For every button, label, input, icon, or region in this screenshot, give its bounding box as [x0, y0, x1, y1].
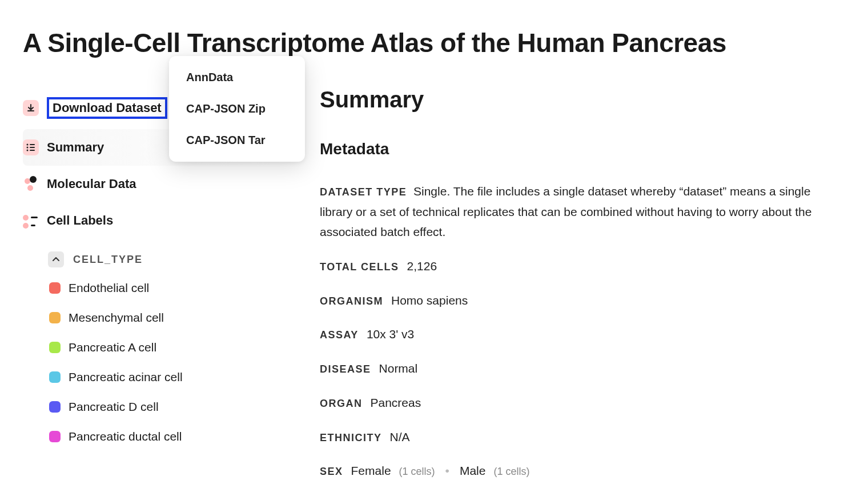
cell-label-item[interactable]: Endothelial cell	[48, 273, 274, 303]
meta-val: 10x 3' v3	[367, 324, 414, 345]
cell-label-item[interactable]: Pancreatic A cell	[48, 333, 274, 362]
meta-row-disease: DISEASE Normal	[320, 358, 834, 379]
color-swatch-icon	[49, 342, 61, 353]
svg-point-2	[27, 147, 29, 149]
download-dropdown: AnnData CAP-JSON Zip CAP-JSON Tar	[169, 56, 305, 162]
cell-label-text: Pancreatic D cell	[69, 400, 159, 414]
meta-row-sex: SEX Female (1 cells) • Male (1 cells)	[320, 461, 834, 481]
page-title: A Single-Cell Transcriptome Atlas of the…	[0, 0, 868, 70]
meta-count-male: (1 cells)	[493, 463, 529, 481]
dropdown-item-capjson-tar[interactable]: CAP-JSON Tar	[169, 125, 305, 156]
chevron-up-icon	[48, 251, 64, 267]
svg-rect-3	[30, 147, 35, 148]
cell-labels-icon	[23, 213, 39, 229]
meta-val: 2,126	[407, 256, 437, 277]
meta-row-assay: ASSAY 10x 3' v3	[320, 324, 834, 345]
sidebar-item-label: Molecular Data	[47, 177, 136, 191]
sidebar-item-celllabels[interactable]: Cell Labels	[23, 202, 274, 239]
molecular-dots-icon	[23, 176, 39, 192]
meta-val-male: Male	[460, 461, 486, 481]
meta-row-ethnicity: ETHNICITY N/A	[320, 427, 834, 447]
meta-val: N/A	[390, 427, 410, 447]
cell-label-text: Mesenchymal cell	[69, 311, 164, 325]
sidebar-item-label: Summary	[47, 140, 104, 155]
cell-label-text: Endothelial cell	[69, 281, 149, 295]
meta-count-female: (1 cells)	[399, 463, 435, 481]
svg-rect-5	[30, 150, 35, 151]
color-swatch-icon	[49, 431, 61, 442]
cell-label-text: Pancreatic A cell	[69, 341, 156, 354]
meta-key: TOTAL CELLS	[320, 258, 399, 276]
meta-row-organ: ORGAN Pancreas	[320, 393, 834, 413]
cell-label-item[interactable]: Pancreatic D cell	[48, 392, 274, 422]
svg-rect-1	[30, 144, 35, 145]
sidebar-item-molecular[interactable]: Molecular Data	[23, 166, 274, 202]
meta-val: Pancreas	[371, 393, 421, 413]
group-name-label: CELL_TYPE	[73, 254, 143, 266]
sidebar-item-label: Cell Labels	[47, 213, 113, 228]
cell-label-text: Pancreatic acinar cell	[69, 370, 183, 384]
svg-point-4	[27, 150, 29, 151]
meta-key: DATASET TYPE	[320, 186, 407, 198]
meta-key: ORGAN	[320, 395, 363, 413]
meta-key: ETHNICITY	[320, 429, 382, 447]
cell-type-group-header[interactable]: CELL_TYPE	[48, 246, 274, 273]
main-panel: Summary Metadata DATASET TYPE Single. Th…	[320, 70, 868, 495]
separator-dot: •	[445, 461, 449, 481]
metadata-heading: Metadata	[320, 140, 834, 158]
meta-val: Homo sapiens	[391, 290, 468, 311]
meta-val: Normal	[379, 358, 418, 379]
sidebar-item-label: Download Dataset	[47, 97, 167, 119]
svg-point-0	[27, 144, 29, 146]
color-swatch-icon	[49, 312, 61, 323]
color-swatch-icon	[49, 371, 61, 383]
meta-key: ASSAY	[320, 326, 359, 344]
cell-labels-group: CELL_TYPE Endothelial cellMesenchymal ce…	[23, 246, 274, 451]
dropdown-item-anndata[interactable]: AnnData	[169, 62, 305, 93]
cell-label-text: Pancreatic ductal cell	[69, 430, 182, 443]
color-swatch-icon	[49, 282, 61, 294]
meta-val-female: Female	[351, 461, 391, 481]
download-icon	[23, 100, 39, 116]
meta-key: SEX	[320, 463, 343, 481]
color-swatch-icon	[49, 401, 61, 413]
cell-label-item[interactable]: Mesenchymal cell	[48, 303, 274, 333]
meta-row-total-cells: TOTAL CELLS 2,126	[320, 256, 834, 277]
summary-list-icon	[23, 139, 39, 155]
meta-row-organism: ORGANISM Homo sapiens	[320, 290, 834, 311]
meta-key: ORGANISM	[320, 293, 383, 310]
meta-key: DISEASE	[320, 361, 371, 378]
dropdown-item-capjson-zip[interactable]: CAP-JSON Zip	[169, 93, 305, 125]
cell-label-item[interactable]: Pancreatic acinar cell	[48, 362, 274, 392]
summary-heading: Summary	[320, 87, 834, 113]
cell-label-item[interactable]: Pancreatic ductal cell	[48, 422, 274, 451]
meta-row-dataset-type: DATASET TYPE Single. The file includes a…	[320, 181, 834, 242]
